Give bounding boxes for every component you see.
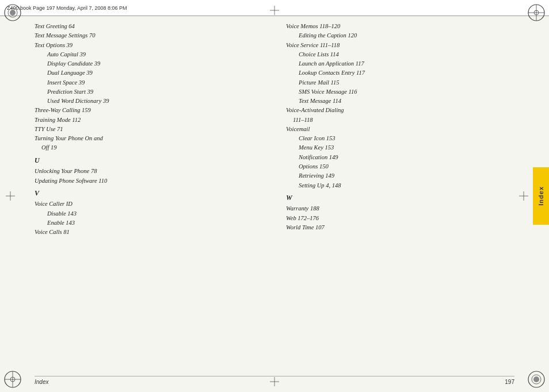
list-item: Text Message Settings 70 bbox=[35, 31, 263, 40]
list-item: V bbox=[35, 188, 263, 199]
list-item: Turning Your Phone On and bbox=[35, 134, 263, 143]
list-item: Unlocking Your Phone 78 bbox=[35, 167, 263, 176]
list-item: SMS Voice Message 116 bbox=[286, 87, 514, 97]
list-item: 111–118 bbox=[286, 116, 514, 125]
footer-page: 197 bbox=[505, 379, 514, 385]
list-item: Enable 143 bbox=[35, 218, 263, 228]
list-item: Picture Mail 115 bbox=[286, 78, 514, 87]
list-item: Text Options 39 bbox=[35, 41, 263, 50]
list-item: Setting Up 4, 148 bbox=[286, 181, 514, 190]
page-container: Z400.book Page 197 Monday, April 7, 2008… bbox=[0, 0, 549, 392]
header-text: Z400.book Page 197 Monday, April 7, 2008… bbox=[7, 5, 127, 11]
corner-tl-decoration bbox=[2, 2, 23, 23]
list-item: Disable 143 bbox=[35, 209, 263, 218]
list-item: Warranty 188 bbox=[286, 204, 514, 213]
list-item: Options 150 bbox=[286, 162, 514, 171]
list-item: Editing the Caption 120 bbox=[286, 31, 514, 40]
list-item: Dual Language 39 bbox=[35, 68, 263, 78]
list-item: Insert Space 39 bbox=[35, 78, 263, 87]
list-item: Web 172–176 bbox=[286, 214, 514, 223]
list-item: Retrieving 149 bbox=[286, 171, 514, 180]
corner-tr-decoration bbox=[526, 2, 547, 23]
index-tab-label: Index bbox=[537, 186, 544, 206]
list-item: Voicemail bbox=[286, 125, 514, 134]
list-item: Lookup Contacts Entry 117 bbox=[286, 68, 514, 78]
footer-label: Index bbox=[35, 379, 48, 385]
list-item: Text Greeting 64 bbox=[35, 22, 263, 31]
left-column: Text Greeting 64Text Message Settings 70… bbox=[35, 22, 263, 363]
list-item: Auto Capital 39 bbox=[35, 50, 263, 59]
corner-bl-decoration bbox=[2, 369, 23, 390]
list-item: Text Message 114 bbox=[286, 97, 514, 106]
right-column: Voice Memos 118–120Editing the Caption 1… bbox=[286, 22, 514, 363]
list-item: Training Mode 112 bbox=[35, 116, 263, 125]
corner-br-decoration bbox=[526, 369, 547, 390]
list-item: World Time 107 bbox=[286, 223, 514, 232]
list-item: Notification 149 bbox=[286, 153, 514, 162]
list-item: Choice Lists 114 bbox=[286, 50, 514, 59]
list-item: TTY Use 71 bbox=[35, 125, 263, 134]
list-item: Menu Key 153 bbox=[286, 143, 514, 152]
list-item: Three-Way Calling 159 bbox=[35, 106, 263, 115]
list-item: Voice Memos 118–120 bbox=[286, 22, 514, 31]
list-item: Launch an Application 117 bbox=[286, 59, 514, 68]
list-item: Voice Calls 81 bbox=[35, 228, 263, 237]
crosshair-left bbox=[6, 191, 15, 201]
list-item: U bbox=[35, 155, 263, 166]
svg-point-13 bbox=[533, 376, 539, 382]
index-tab: Index bbox=[533, 167, 549, 225]
content-area: Text Greeting 64Text Message Settings 70… bbox=[35, 22, 514, 363]
list-item: Voice Service 111–118 bbox=[286, 41, 514, 50]
list-item: Prediction Start 39 bbox=[35, 87, 263, 97]
list-item: W bbox=[286, 193, 514, 203]
footer: Index 197 bbox=[35, 376, 514, 385]
list-item: Voice-Activated Dialing bbox=[286, 106, 514, 115]
svg-point-2 bbox=[10, 10, 16, 16]
list-item: Off 19 bbox=[35, 143, 263, 152]
list-item: Used Word Dictionary 39 bbox=[35, 97, 263, 106]
list-item: Voice Caller ID bbox=[35, 199, 263, 209]
list-item: Clear Icon 153 bbox=[286, 134, 514, 143]
list-item: Display Candidate 39 bbox=[35, 59, 263, 68]
list-item: Updating Phone Software 110 bbox=[35, 176, 263, 186]
crosshair-right bbox=[519, 191, 528, 201]
crosshair-top bbox=[270, 6, 279, 15]
